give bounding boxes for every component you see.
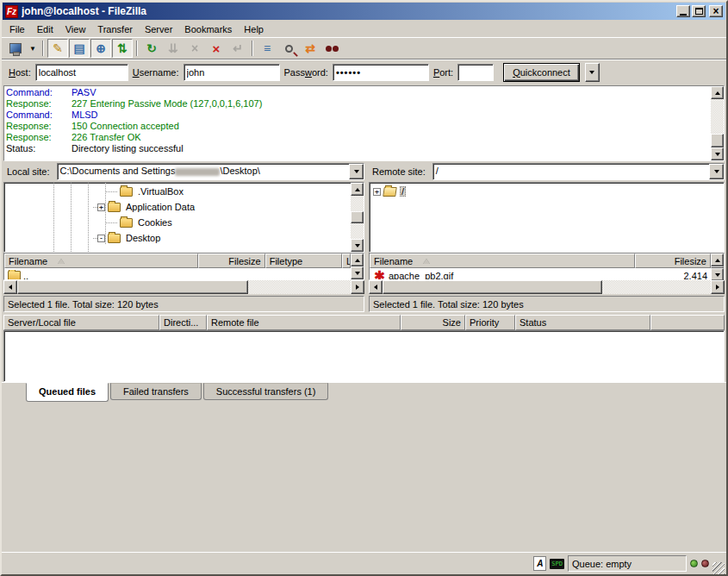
scroll-track[interactable]: [351, 196, 364, 211]
scroll-track[interactable]: [711, 99, 724, 134]
disconnect-button[interactable]: ×: [206, 39, 227, 58]
local-list-header: Filename Filesize Filetype L: [4, 254, 351, 268]
speed-limit-icon[interactable]: SPD: [550, 559, 564, 569]
column-header-filesize[interactable]: Filesize: [635, 254, 711, 268]
menu-server[interactable]: Server: [139, 22, 178, 36]
minimize-button[interactable]: [676, 5, 690, 17]
scroll-right-button[interactable]: [351, 280, 364, 294]
close-button[interactable]: ×: [709, 5, 723, 17]
scroll-up-button[interactable]: [711, 254, 724, 266]
column-header-server-local-file[interactable]: Server/Local file: [3, 315, 159, 330]
column-header-size[interactable]: Size: [401, 315, 465, 330]
menu-transfer[interactable]: Transfer: [91, 22, 139, 36]
tree-item[interactable]: + Application Data: [4, 199, 351, 215]
menu-edit[interactable]: Edit: [31, 22, 59, 36]
scroll-down-button[interactable]: [711, 147, 724, 160]
tree-item[interactable]: .VirtualBox: [4, 184, 351, 199]
synchronized-browsing-button[interactable]: ⇄: [300, 39, 320, 58]
expand-icon[interactable]: +: [373, 188, 381, 196]
scroll-up-button[interactable]: [351, 183, 364, 196]
remote-selection-status: Selected 1 file. Total size: 120 bytes: [369, 296, 725, 312]
site-manager-button[interactable]: [5, 39, 26, 58]
column-header-filename[interactable]: Filename: [4, 254, 198, 268]
transfer-type-icon[interactable]: A: [533, 556, 546, 571]
arrow-up-icon: [715, 91, 720, 95]
remote-site-combo[interactable]: /: [432, 163, 725, 180]
process-queue-button[interactable]: ⇊: [163, 39, 184, 58]
local-hscrollbar[interactable]: [3, 280, 364, 294]
scroll-left-button[interactable]: [369, 280, 383, 294]
quickconnect-dropdown[interactable]: [585, 63, 600, 82]
password-input[interactable]: [333, 64, 429, 81]
port-input[interactable]: [457, 64, 494, 81]
remote-site-dropdown[interactable]: [709, 164, 724, 179]
username-input[interactable]: [184, 64, 280, 81]
find-files-button[interactable]: [321, 39, 342, 58]
tab-failed-transfers[interactable]: Failed transfers: [110, 383, 202, 400]
menu-help[interactable]: Help: [238, 22, 270, 36]
scroll-up-button[interactable]: [351, 254, 364, 266]
local-site-dropdown[interactable]: [349, 164, 364, 179]
file-row[interactable]: ..: [4, 268, 351, 279]
tree-item[interactable]: + /: [370, 184, 724, 199]
local-tree-rows: .VirtualBox + Application Data Cookies: [4, 183, 351, 252]
tab-successful-transfers[interactable]: Successful transfers (1): [203, 383, 329, 400]
expand-icon[interactable]: +: [97, 203, 105, 211]
tab-queued-files[interactable]: Queued files: [26, 383, 109, 402]
local-list-scrollbar[interactable]: [351, 254, 364, 279]
column-header-priority[interactable]: Priority: [465, 315, 515, 330]
title-bar[interactable]: Fz john@localhost - FileZilla ×: [3, 3, 725, 20]
maximize-button[interactable]: [692, 5, 706, 17]
tree-item[interactable]: - Desktop: [4, 230, 351, 246]
tree-item-label: .VirtualBox: [136, 186, 185, 197]
scroll-right-button[interactable]: [711, 280, 725, 294]
sort-ascending-icon: [423, 259, 430, 264]
column-header-lastmodified[interactable]: L: [342, 254, 351, 268]
column-header-direction[interactable]: Directi...: [159, 315, 207, 330]
toggle-queue-button[interactable]: ⇅: [112, 39, 133, 58]
toggle-local-tree-button[interactable]: ▤: [69, 39, 90, 58]
scroll-down-button[interactable]: [711, 268, 724, 281]
local-site-combo[interactable]: C:\Documents and Settings\Desktop\: [57, 163, 364, 180]
reconnect-button[interactable]: ↵: [227, 39, 248, 58]
redacted-username: [175, 168, 220, 176]
host-input[interactable]: [35, 64, 128, 81]
scroll-thumb[interactable]: [383, 280, 602, 294]
menu-file[interactable]: File: [3, 22, 31, 36]
site-manager-dropdown[interactable]: ▼: [27, 39, 39, 58]
column-header-filename[interactable]: Filename: [370, 254, 635, 268]
scroll-up-button[interactable]: [711, 86, 724, 99]
remote-list-scrollbar[interactable]: [711, 254, 724, 279]
cancel-operation-button[interactable]: ×: [184, 39, 205, 58]
column-header-filetype[interactable]: Filetype: [265, 254, 342, 268]
scroll-track[interactable]: [351, 223, 364, 239]
column-header-filesize[interactable]: Filesize: [198, 254, 264, 268]
local-tree-scrollbar[interactable]: [351, 183, 364, 252]
menu-view[interactable]: View: [59, 22, 92, 36]
scroll-down-button[interactable]: [351, 266, 364, 279]
toggle-message-log-button[interactable]: ✎: [47, 39, 68, 58]
resize-grip[interactable]: [712, 562, 725, 574]
tree-item[interactable]: Cookies: [4, 215, 351, 230]
collapse-icon[interactable]: -: [97, 235, 105, 242]
remote-hscrollbar[interactable]: [369, 280, 725, 294]
scroll-thumb[interactable]: [711, 134, 724, 147]
column-header-status[interactable]: Status: [515, 315, 650, 330]
refresh-button[interactable]: ↻: [141, 39, 162, 58]
scroll-track[interactable]: [248, 280, 351, 294]
filter-button[interactable]: ≡: [257, 39, 277, 58]
local-path: C:\Documents and Settings\Desktop\: [58, 164, 349, 179]
file-row[interactable]: ✱apache_pb2.gif 2,414: [370, 268, 711, 279]
scroll-thumb[interactable]: [17, 280, 248, 294]
directory-comparison-button[interactable]: [278, 39, 299, 58]
toggle-remote-tree-button[interactable]: ⊕: [90, 39, 111, 58]
column-header-remote-file[interactable]: Remote file: [207, 315, 401, 330]
scroll-track[interactable]: [602, 280, 711, 294]
scroll-thumb[interactable]: [351, 211, 364, 223]
quickconnect-button[interactable]: Quickconnect: [503, 63, 580, 82]
scroll-left-button[interactable]: [3, 280, 17, 294]
scroll-down-button[interactable]: [351, 239, 364, 252]
log-scrollbar[interactable]: [711, 86, 724, 160]
menu-bookmarks[interactable]: Bookmarks: [178, 22, 238, 36]
remote-site-label: Remote site:: [369, 166, 429, 177]
